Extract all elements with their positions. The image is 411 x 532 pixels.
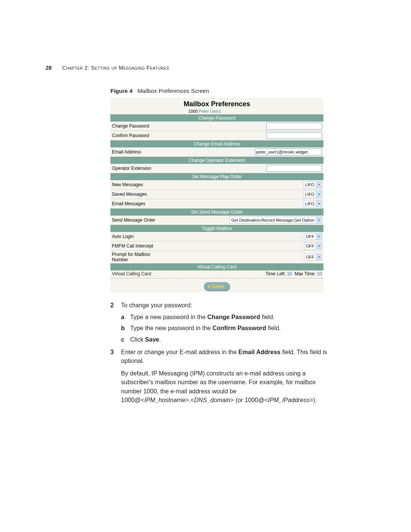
new-messages-value: LIFO xyxy=(304,182,316,188)
fmfm-select[interactable]: OFF ▾ xyxy=(304,243,322,249)
addr-it3: IPM_IPaddress xyxy=(268,397,309,403)
addr-it2: DNS_domain xyxy=(194,397,230,403)
fmfm-label: FMFM Call Intercept xyxy=(112,243,177,249)
email-row: Email Address xyxy=(110,147,323,157)
prompt-mailbox-label: Prompt for Mailbox Number xyxy=(112,252,165,262)
send-order-label: Send Message Order xyxy=(112,217,188,223)
step-3-bold: Email Address xyxy=(239,349,281,355)
chevron-down-icon: ▾ xyxy=(316,243,322,249)
email-messages-value: LIFO xyxy=(304,201,316,207)
step-3-addr: 1000@<IPM_hostname>.<DNS_domain> (or 100… xyxy=(121,396,327,404)
auto-login-value: OFF xyxy=(304,233,316,240)
change-password-input[interactable] xyxy=(266,123,322,129)
user-name: Peter User1 xyxy=(199,109,221,113)
step-2b-post: field. xyxy=(266,325,280,331)
operator-ext-label: Operator Extension xyxy=(112,166,177,171)
max-time-value: 10 xyxy=(317,271,322,276)
step-2b-letter: b xyxy=(121,324,130,332)
auto-login-select[interactable]: OFF ▾ xyxy=(304,233,322,240)
confirm-password-label: Confirm Password xyxy=(112,133,177,138)
fmfm-value: OFF xyxy=(304,243,316,249)
prompt-mailbox-value: OFF xyxy=(304,254,316,260)
step-2c-pre: Click xyxy=(130,336,145,343)
addr-mid2: > (or 1000@< xyxy=(230,397,268,403)
save-button[interactable]: Save xyxy=(204,282,230,291)
email-input[interactable] xyxy=(255,149,322,155)
max-time-label: Max Time: xyxy=(295,271,315,276)
new-messages-label: New Messages xyxy=(112,182,177,187)
new-messages-select[interactable]: LIFO ▾ xyxy=(303,181,322,188)
saved-messages-row: Saved Messages LIFO ▾ xyxy=(110,190,323,199)
step-3-num: 3 xyxy=(110,348,121,365)
step-2b: b Type the new password in the Confirm P… xyxy=(121,324,327,332)
saved-messages-select[interactable]: LIFO ▾ xyxy=(303,191,322,198)
chevron-down-icon: ▾ xyxy=(316,191,322,197)
chevron-down-icon: ▾ xyxy=(316,217,322,223)
confirm-password-row: Confirm Password xyxy=(110,131,323,141)
step-2a: a Type a new password in the Change Pass… xyxy=(121,313,327,321)
auto-login-row: Auto Login OFF ▾ xyxy=(110,232,323,241)
chevron-down-icon: ▾ xyxy=(316,182,322,188)
step-3-para-a: By default, IP Messaging (IPM) construct… xyxy=(121,369,327,396)
confirm-password-input[interactable] xyxy=(266,132,322,139)
mailbox-preferences-screenshot: Mailbox Preferences 1000 Peter User1 Cha… xyxy=(110,98,323,292)
email-messages-row: Email Messages LIFO ▾ xyxy=(110,199,323,209)
section-send-order: Set Send Message Order xyxy=(110,209,323,216)
save-button-label: Save xyxy=(212,283,225,289)
addr-it1: IPM_hostname xyxy=(144,397,185,403)
step-2c: c Click Save. xyxy=(121,335,327,344)
email-messages-label: Email Messages xyxy=(112,201,177,206)
figure-caption-prefix: Figure 4 xyxy=(110,88,132,94)
send-order-row: Send Message Order Get Destination;Recor… xyxy=(110,216,323,225)
chevron-down-icon: ▾ xyxy=(316,201,322,207)
time-left-label: Time Left: xyxy=(266,271,286,276)
email-label: Email Address xyxy=(112,149,177,155)
step-2b-bold: Confirm Password xyxy=(212,325,266,331)
user-line: 1000 Peter User1 xyxy=(110,109,323,113)
section-toggle-mailbox: Toggle Mailbox xyxy=(110,225,323,232)
addr-pre1: 1000@< xyxy=(121,397,144,403)
send-order-select[interactable]: Get Destination;Record Message;Get Optio… xyxy=(229,217,322,224)
user-id: 1000 xyxy=(188,109,198,113)
virtual-card-times: Time Left: 10 Max Time: 10 xyxy=(266,271,322,276)
step-3-pre: Enter or change your E-mail address in t… xyxy=(121,349,239,355)
page-number: 28 xyxy=(46,65,52,71)
new-messages-row: New Messages LIFO ▾ xyxy=(110,180,323,190)
dot-icon xyxy=(208,285,210,288)
chevron-down-icon: ▾ xyxy=(316,233,322,240)
step-2b-pre: Type the new password in the xyxy=(130,325,212,331)
chevron-down-icon: ▾ xyxy=(316,254,322,260)
screenshot-title: Mailbox Preferences xyxy=(110,98,323,109)
step-2: 2 To change your password: xyxy=(110,301,327,310)
fmfm-row: FMFM Call Intercept OFF ▾ xyxy=(110,241,323,251)
send-order-value: Get Destination;Record Message;Get Optio… xyxy=(230,217,316,223)
step-2-num: 2 xyxy=(110,301,121,310)
figure-caption: Figure 4 Mailbox Preferences Screen xyxy=(110,88,327,94)
virtual-card-row: Virtual Calling Card Time Left: 10 Max T… xyxy=(110,270,323,277)
email-messages-select[interactable]: LIFO ▾ xyxy=(303,200,322,207)
step-2c-letter: c xyxy=(121,335,130,344)
saved-messages-label: Saved Messages xyxy=(112,192,177,197)
operator-ext-row: Operator Extension xyxy=(110,164,323,173)
step-3: 3 Enter or change your E-mail address in… xyxy=(110,348,327,365)
step-2c-post: . xyxy=(159,336,161,343)
step-2c-bold: Save xyxy=(145,336,159,343)
section-virtual-card: Virtual Calling Card xyxy=(110,264,323,270)
section-operator-ext: Change Operator Extension xyxy=(110,157,323,164)
change-password-label: Change Password xyxy=(112,123,177,129)
change-password-row: Change Password xyxy=(110,121,323,131)
addr-mid1: >.< xyxy=(185,397,194,403)
step-2a-bold: Change Password xyxy=(207,314,260,320)
step-2a-letter: a xyxy=(121,313,130,321)
saved-messages-value: LIFO xyxy=(304,191,316,197)
chapter-label: Chapter 2: Setting up Messaging Features xyxy=(62,65,169,71)
section-play-order: Set Message Play Order xyxy=(110,173,323,180)
operator-ext-input[interactable] xyxy=(266,165,322,172)
step-2-text: To change your password: xyxy=(121,301,327,310)
time-left-value: 10 xyxy=(287,271,292,276)
prompt-mailbox-row: Prompt for Mailbox Number OFF ▾ xyxy=(110,251,323,264)
virtual-card-label: Virtual Calling Card xyxy=(112,271,266,276)
prompt-mailbox-select[interactable]: OFF ▾ xyxy=(304,254,322,260)
step-2a-post: field. xyxy=(260,314,274,320)
auto-login-label: Auto Login xyxy=(112,234,177,239)
